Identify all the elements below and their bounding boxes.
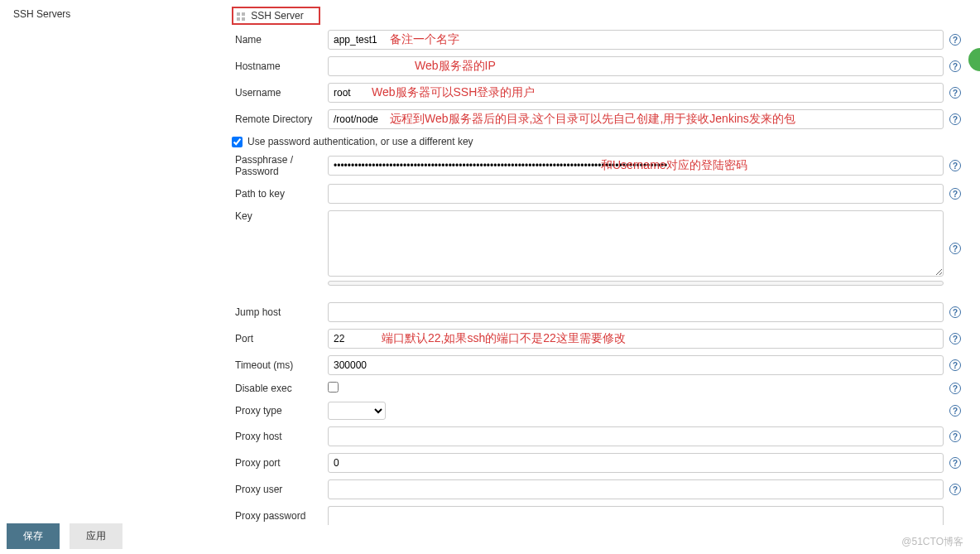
use-password-auth-label: Use password authentication, or use a di…: [247, 136, 473, 147]
help-icon[interactable]: ?: [949, 383, 961, 394]
jump-host-input[interactable]: [328, 302, 944, 322]
proxy-host-input[interactable]: [328, 426, 944, 446]
disable-exec-label: Disable exec: [228, 383, 328, 394]
port-input[interactable]: [328, 329, 944, 349]
help-icon[interactable]: ?: [949, 160, 961, 171]
help-icon[interactable]: ?: [949, 405, 961, 417]
help-icon[interactable]: ?: [949, 306, 961, 318]
timeout-label: Timeout (ms): [228, 359, 328, 371]
proxy-user-input[interactable]: [328, 479, 944, 499]
port-label: Port: [228, 333, 328, 344]
key-textarea[interactable]: [328, 210, 944, 277]
help-icon[interactable]: ?: [949, 431, 961, 442]
username-label: Username: [228, 87, 328, 99]
help-icon[interactable]: ?: [949, 243, 961, 254]
ssh-servers-label: SSH Servers: [13, 8, 70, 20]
proxy-type-label: Proxy type: [228, 405, 328, 417]
help-icon[interactable]: ?: [949, 113, 961, 125]
help-icon[interactable]: ?: [949, 34, 961, 46]
jump-host-label: Jump host: [228, 306, 328, 318]
proxy-host-label: Proxy host: [228, 431, 328, 442]
watermark: @51CTO博客: [901, 535, 963, 549]
timeout-input[interactable]: [328, 355, 944, 375]
path-to-key-input[interactable]: [328, 184, 944, 204]
use-password-auth-checkbox[interactable]: [232, 137, 243, 147]
name-label: Name: [228, 34, 328, 46]
help-icon[interactable]: ?: [949, 87, 961, 99]
help-icon[interactable]: ?: [949, 188, 961, 200]
proxy-password-label: Proxy password: [228, 510, 328, 522]
help-icon[interactable]: ?: [949, 60, 961, 72]
proxy-port-input[interactable]: [328, 453, 944, 473]
passphrase-label: Passphrase / Password: [228, 154, 328, 177]
username-input[interactable]: [328, 83, 944, 103]
remote-directory-label: Remote Directory: [228, 113, 328, 125]
hostname-label: Hostname: [228, 60, 328, 72]
help-icon[interactable]: ?: [949, 457, 961, 469]
passphrase-input[interactable]: [328, 156, 944, 176]
name-input[interactable]: [328, 30, 944, 50]
hostname-input[interactable]: [328, 56, 944, 76]
key-label: Key: [228, 210, 328, 222]
remote-directory-input[interactable]: [328, 109, 944, 129]
path-to-key-label: Path to key: [228, 188, 328, 200]
grid-icon: [237, 12, 245, 21]
section-title: SSH Server: [251, 10, 303, 22]
proxy-password-input[interactable]: [328, 506, 944, 525]
save-button[interactable]: 保存: [7, 523, 60, 549]
help-icon[interactable]: ?: [949, 333, 961, 344]
disable-exec-checkbox[interactable]: [328, 382, 339, 393]
textarea-resize-handle[interactable]: [328, 281, 944, 286]
proxy-port-label: Proxy port: [228, 457, 328, 469]
proxy-type-select[interactable]: [328, 402, 386, 420]
proxy-user-label: Proxy user: [228, 484, 328, 495]
help-icon[interactable]: ?: [949, 359, 961, 371]
apply-button[interactable]: 应用: [70, 523, 122, 549]
help-icon[interactable]: ?: [949, 484, 961, 495]
ssh-server-section[interactable]: SSH Server: [232, 7, 320, 25]
